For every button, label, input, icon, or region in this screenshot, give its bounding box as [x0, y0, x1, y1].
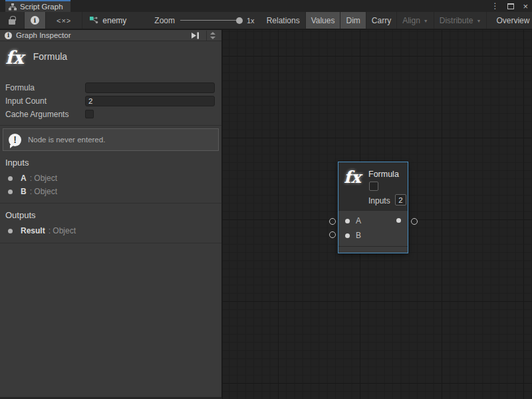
node-inputs-label: Inputs [368, 196, 390, 205]
inspector-toggle-button[interactable]: i [25, 12, 46, 29]
scroll-up-icon[interactable] [210, 32, 215, 35]
output-port-row-result: Result : Object [0, 224, 221, 237]
graph-inspector-title: Graph Inspector [16, 31, 184, 39]
formula-node-footer [338, 246, 408, 253]
dim-label: Dim [346, 16, 360, 25]
input-count-input[interactable] [85, 96, 215, 106]
info-icon: i [31, 16, 39, 25]
values-label: Values [311, 16, 335, 25]
distribute-label: Distribute [440, 16, 473, 25]
graph-toolbar: i <×> enemy Zoom 1x Relations Values Dim… [0, 12, 532, 29]
formula-node-body: A B [338, 210, 408, 246]
cache-arguments-row: Cache Arguments [5, 108, 215, 120]
tab-bar: Script Graph ⋮ × [0, 0, 532, 12]
distribute-dropdown[interactable]: Distribute ▼ [434, 12, 487, 29]
node-port-a[interactable]: A [345, 216, 361, 225]
input-count-field-row: Input Count [5, 94, 215, 107]
cache-arguments-label: Cache Arguments [5, 110, 85, 119]
graph-breadcrumb-label: enemy [102, 16, 126, 25]
formula-input[interactable] [85, 82, 215, 93]
section-divider [0, 243, 221, 243]
zoom-control: Zoom 1x [148, 12, 261, 29]
input-port-ring-b[interactable] [329, 231, 336, 238]
tab-script-graph[interactable]: Script Graph [5, 0, 70, 12]
cache-arguments-checkbox[interactable] [85, 110, 94, 118]
caret-down-icon: ▼ [476, 19, 481, 23]
input-count-label: Input Count [5, 96, 85, 106]
formula-fx-icon: fx [344, 168, 361, 187]
graph-inspector-panel: i Graph Inspector fx Formula Formula [0, 30, 222, 399]
warning-box: ! Node is never entered. [3, 128, 219, 151]
outputs-section-title: Outputs [0, 203, 221, 224]
port-type: : Object [30, 187, 57, 196]
relations-label: Relations [267, 16, 300, 25]
formula-node-checkbox[interactable] [369, 182, 378, 191]
zoom-slider[interactable] [180, 17, 241, 25]
port-dot-icon [8, 229, 13, 233]
close-icon[interactable]: × [523, 2, 528, 11]
values-button[interactable]: Values [306, 12, 341, 29]
formula-field-row: Formula [5, 81, 215, 94]
port-dot-icon [345, 219, 350, 223]
input-port-row-a: A : Object [0, 172, 221, 185]
formula-field-label: Formula [5, 83, 85, 92]
dim-button[interactable]: Dim [340, 12, 366, 29]
formula-fx-icon: fx [5, 48, 24, 68]
graph-breadcrumb-icon [89, 16, 98, 25]
scroll-down-icon[interactable] [210, 37, 215, 39]
align-dropdown[interactable]: Align ▼ [397, 12, 434, 29]
zoom-label: Zoom [154, 16, 175, 25]
carry-button[interactable]: Carry [366, 12, 397, 29]
main-area: i Graph Inspector fx Formula Formula [0, 30, 532, 399]
output-port-ring-result[interactable] [411, 218, 418, 225]
overview-label: Overview [496, 16, 529, 25]
port-type: : Object [30, 174, 57, 183]
window-menu-icon[interactable]: ⋮ [491, 2, 499, 10]
carry-label: Carry [372, 16, 391, 25]
lock-icon [9, 19, 15, 25]
dock-panel-button[interactable] [188, 31, 202, 41]
port-name: Result [21, 226, 45, 235]
input-port-ring-a[interactable] [329, 218, 336, 225]
maximize-icon[interactable] [507, 3, 514, 9]
port-type: : Object [49, 226, 76, 235]
graph-breadcrumb[interactable]: enemy [82, 12, 133, 29]
node-port-result[interactable] [396, 218, 401, 223]
graph-canvas[interactable]: fx Formula Inputs 2 A B [223, 30, 532, 399]
node-port-b[interactable]: B [345, 231, 361, 240]
warning-text: Node is never entered. [28, 136, 105, 144]
graph-hierarchy-icon [9, 3, 17, 11]
zoom-slider-track [180, 20, 241, 21]
port-dot-icon [8, 176, 13, 181]
tab-label: Script Graph [20, 3, 63, 11]
node-port-b-label: B [356, 231, 361, 240]
formula-node-title: Formula [368, 170, 399, 179]
info-icon: i [5, 32, 12, 39]
section-divider [0, 125, 221, 126]
node-inputs-count-field[interactable]: 2 [395, 194, 406, 205]
overview-button[interactable]: Overview [491, 12, 532, 29]
unit-title: Formula [33, 51, 67, 62]
formula-node-header[interactable]: fx Formula Inputs 2 [338, 162, 408, 210]
zoom-slider-handle[interactable] [236, 17, 243, 24]
port-dot-icon [8, 190, 13, 194]
port-dot-icon [345, 233, 350, 238]
zoom-value: 1x [247, 17, 255, 25]
caret-down-icon: ▼ [424, 19, 428, 23]
input-port-row-b: B : Object [0, 185, 221, 198]
inspector-fields: Formula Input Count Cache Arguments [0, 78, 221, 120]
lock-button[interactable] [0, 12, 25, 29]
port-name: A [21, 174, 27, 183]
unit-title-block: fx Formula [0, 41, 221, 78]
warning-icon: ! [9, 134, 21, 146]
dock-icon [191, 32, 200, 39]
panel-scroll-arrows[interactable] [206, 31, 219, 41]
node-port-a-label: A [356, 216, 361, 225]
code-view-button[interactable]: <×> [46, 12, 82, 29]
relations-button[interactable]: Relations [261, 12, 306, 29]
code-icon: <×> [57, 17, 71, 25]
formula-node[interactable]: fx Formula Inputs 2 A B [338, 162, 408, 253]
port-name: B [21, 187, 27, 196]
align-label: Align [402, 16, 420, 25]
graph-inspector-header: i Graph Inspector [0, 30, 221, 41]
